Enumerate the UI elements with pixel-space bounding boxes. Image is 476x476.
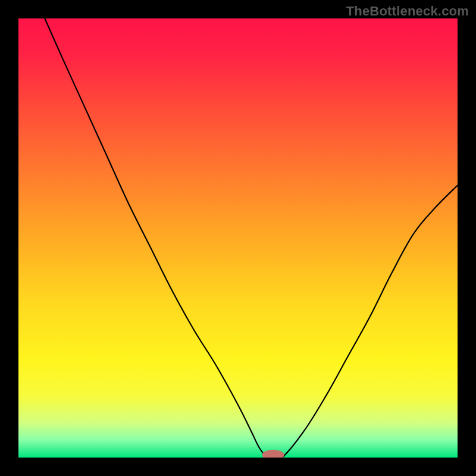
bottleneck-chart bbox=[18, 18, 458, 458]
watermark-text: TheBottleneck.com bbox=[346, 4, 469, 19]
plot-background bbox=[18, 18, 458, 458]
chart-frame: TheBottleneck.com bbox=[0, 0, 476, 476]
